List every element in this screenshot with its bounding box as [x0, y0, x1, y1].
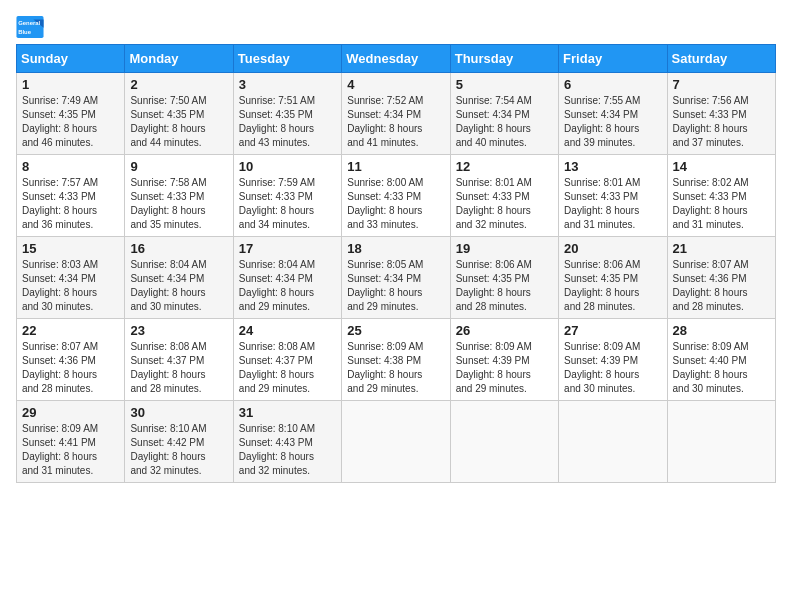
day-info: Sunrise: 7:51 AM Sunset: 4:35 PM Dayligh…: [239, 94, 336, 150]
day-number: 9: [130, 159, 227, 174]
day-info: Sunrise: 8:09 AM Sunset: 4:39 PM Dayligh…: [456, 340, 553, 396]
page-header: General Blue: [16, 16, 776, 38]
day-number: 31: [239, 405, 336, 420]
calendar-cell: 17Sunrise: 8:04 AM Sunset: 4:34 PM Dayli…: [233, 237, 341, 319]
day-info: Sunrise: 7:59 AM Sunset: 4:33 PM Dayligh…: [239, 176, 336, 232]
day-number: 5: [456, 77, 553, 92]
calendar-cell: 25Sunrise: 8:09 AM Sunset: 4:38 PM Dayli…: [342, 319, 450, 401]
day-number: 17: [239, 241, 336, 256]
calendar-cell: [342, 401, 450, 483]
day-number: 7: [673, 77, 770, 92]
calendar-cell: 21Sunrise: 8:07 AM Sunset: 4:36 PM Dayli…: [667, 237, 775, 319]
day-number: 11: [347, 159, 444, 174]
calendar-week-2: 8Sunrise: 7:57 AM Sunset: 4:33 PM Daylig…: [17, 155, 776, 237]
day-info: Sunrise: 8:05 AM Sunset: 4:34 PM Dayligh…: [347, 258, 444, 314]
day-number: 19: [456, 241, 553, 256]
day-info: Sunrise: 7:57 AM Sunset: 4:33 PM Dayligh…: [22, 176, 119, 232]
calendar-cell: 30Sunrise: 8:10 AM Sunset: 4:42 PM Dayli…: [125, 401, 233, 483]
day-number: 1: [22, 77, 119, 92]
day-info: Sunrise: 8:06 AM Sunset: 4:35 PM Dayligh…: [564, 258, 661, 314]
calendar-cell: [450, 401, 558, 483]
day-info: Sunrise: 8:02 AM Sunset: 4:33 PM Dayligh…: [673, 176, 770, 232]
day-number: 12: [456, 159, 553, 174]
day-info: Sunrise: 8:04 AM Sunset: 4:34 PM Dayligh…: [130, 258, 227, 314]
calendar-table: SundayMondayTuesdayWednesdayThursdayFrid…: [16, 44, 776, 483]
logo-icon: General Blue: [16, 16, 44, 38]
calendar-cell: 31Sunrise: 8:10 AM Sunset: 4:43 PM Dayli…: [233, 401, 341, 483]
day-number: 2: [130, 77, 227, 92]
calendar-cell: 23Sunrise: 8:08 AM Sunset: 4:37 PM Dayli…: [125, 319, 233, 401]
calendar-cell: 6Sunrise: 7:55 AM Sunset: 4:34 PM Daylig…: [559, 73, 667, 155]
calendar-cell: 22Sunrise: 8:07 AM Sunset: 4:36 PM Dayli…: [17, 319, 125, 401]
calendar-body: 1Sunrise: 7:49 AM Sunset: 4:35 PM Daylig…: [17, 73, 776, 483]
calendar-cell: 14Sunrise: 8:02 AM Sunset: 4:33 PM Dayli…: [667, 155, 775, 237]
day-number: 30: [130, 405, 227, 420]
calendar-cell: 7Sunrise: 7:56 AM Sunset: 4:33 PM Daylig…: [667, 73, 775, 155]
day-number: 4: [347, 77, 444, 92]
svg-text:Blue: Blue: [18, 29, 32, 35]
day-number: 21: [673, 241, 770, 256]
day-info: Sunrise: 8:08 AM Sunset: 4:37 PM Dayligh…: [130, 340, 227, 396]
calendar-cell: 10Sunrise: 7:59 AM Sunset: 4:33 PM Dayli…: [233, 155, 341, 237]
calendar-week-1: 1Sunrise: 7:49 AM Sunset: 4:35 PM Daylig…: [17, 73, 776, 155]
calendar-week-5: 29Sunrise: 8:09 AM Sunset: 4:41 PM Dayli…: [17, 401, 776, 483]
day-number: 3: [239, 77, 336, 92]
calendar-cell: 1Sunrise: 7:49 AM Sunset: 4:35 PM Daylig…: [17, 73, 125, 155]
calendar-cell: 9Sunrise: 7:58 AM Sunset: 4:33 PM Daylig…: [125, 155, 233, 237]
day-number: 24: [239, 323, 336, 338]
day-info: Sunrise: 8:00 AM Sunset: 4:33 PM Dayligh…: [347, 176, 444, 232]
day-info: Sunrise: 8:09 AM Sunset: 4:39 PM Dayligh…: [564, 340, 661, 396]
calendar-cell: 13Sunrise: 8:01 AM Sunset: 4:33 PM Dayli…: [559, 155, 667, 237]
day-number: 26: [456, 323, 553, 338]
calendar-cell: 19Sunrise: 8:06 AM Sunset: 4:35 PM Dayli…: [450, 237, 558, 319]
weekday-header-friday: Friday: [559, 45, 667, 73]
weekday-header-row: SundayMondayTuesdayWednesdayThursdayFrid…: [17, 45, 776, 73]
day-info: Sunrise: 7:52 AM Sunset: 4:34 PM Dayligh…: [347, 94, 444, 150]
day-info: Sunrise: 8:09 AM Sunset: 4:41 PM Dayligh…: [22, 422, 119, 478]
calendar-cell: 8Sunrise: 7:57 AM Sunset: 4:33 PM Daylig…: [17, 155, 125, 237]
day-info: Sunrise: 7:58 AM Sunset: 4:33 PM Dayligh…: [130, 176, 227, 232]
calendar-cell: 16Sunrise: 8:04 AM Sunset: 4:34 PM Dayli…: [125, 237, 233, 319]
day-number: 28: [673, 323, 770, 338]
calendar-cell: 4Sunrise: 7:52 AM Sunset: 4:34 PM Daylig…: [342, 73, 450, 155]
day-number: 25: [347, 323, 444, 338]
calendar-week-3: 15Sunrise: 8:03 AM Sunset: 4:34 PM Dayli…: [17, 237, 776, 319]
day-number: 10: [239, 159, 336, 174]
day-info: Sunrise: 7:50 AM Sunset: 4:35 PM Dayligh…: [130, 94, 227, 150]
day-info: Sunrise: 7:56 AM Sunset: 4:33 PM Dayligh…: [673, 94, 770, 150]
day-info: Sunrise: 8:06 AM Sunset: 4:35 PM Dayligh…: [456, 258, 553, 314]
calendar-week-4: 22Sunrise: 8:07 AM Sunset: 4:36 PM Dayli…: [17, 319, 776, 401]
day-info: Sunrise: 8:01 AM Sunset: 4:33 PM Dayligh…: [456, 176, 553, 232]
calendar-cell: 18Sunrise: 8:05 AM Sunset: 4:34 PM Dayli…: [342, 237, 450, 319]
day-info: Sunrise: 8:01 AM Sunset: 4:33 PM Dayligh…: [564, 176, 661, 232]
day-number: 29: [22, 405, 119, 420]
day-number: 8: [22, 159, 119, 174]
day-number: 13: [564, 159, 661, 174]
day-number: 14: [673, 159, 770, 174]
svg-text:General: General: [18, 20, 40, 26]
weekday-header-tuesday: Tuesday: [233, 45, 341, 73]
day-info: Sunrise: 8:07 AM Sunset: 4:36 PM Dayligh…: [22, 340, 119, 396]
calendar-cell: 20Sunrise: 8:06 AM Sunset: 4:35 PM Dayli…: [559, 237, 667, 319]
day-info: Sunrise: 8:04 AM Sunset: 4:34 PM Dayligh…: [239, 258, 336, 314]
calendar-cell: 28Sunrise: 8:09 AM Sunset: 4:40 PM Dayli…: [667, 319, 775, 401]
calendar-cell: 2Sunrise: 7:50 AM Sunset: 4:35 PM Daylig…: [125, 73, 233, 155]
calendar-cell: 29Sunrise: 8:09 AM Sunset: 4:41 PM Dayli…: [17, 401, 125, 483]
calendar-cell: 24Sunrise: 8:08 AM Sunset: 4:37 PM Dayli…: [233, 319, 341, 401]
logo: General Blue: [16, 16, 44, 38]
weekday-header-wednesday: Wednesday: [342, 45, 450, 73]
day-number: 6: [564, 77, 661, 92]
day-info: Sunrise: 8:08 AM Sunset: 4:37 PM Dayligh…: [239, 340, 336, 396]
weekday-header-thursday: Thursday: [450, 45, 558, 73]
calendar-cell: [559, 401, 667, 483]
day-info: Sunrise: 8:10 AM Sunset: 4:43 PM Dayligh…: [239, 422, 336, 478]
day-number: 18: [347, 241, 444, 256]
weekday-header-monday: Monday: [125, 45, 233, 73]
day-info: Sunrise: 8:09 AM Sunset: 4:40 PM Dayligh…: [673, 340, 770, 396]
calendar-cell: 27Sunrise: 8:09 AM Sunset: 4:39 PM Dayli…: [559, 319, 667, 401]
day-info: Sunrise: 7:54 AM Sunset: 4:34 PM Dayligh…: [456, 94, 553, 150]
calendar-cell: 3Sunrise: 7:51 AM Sunset: 4:35 PM Daylig…: [233, 73, 341, 155]
day-info: Sunrise: 7:49 AM Sunset: 4:35 PM Dayligh…: [22, 94, 119, 150]
day-number: 27: [564, 323, 661, 338]
day-info: Sunrise: 7:55 AM Sunset: 4:34 PM Dayligh…: [564, 94, 661, 150]
